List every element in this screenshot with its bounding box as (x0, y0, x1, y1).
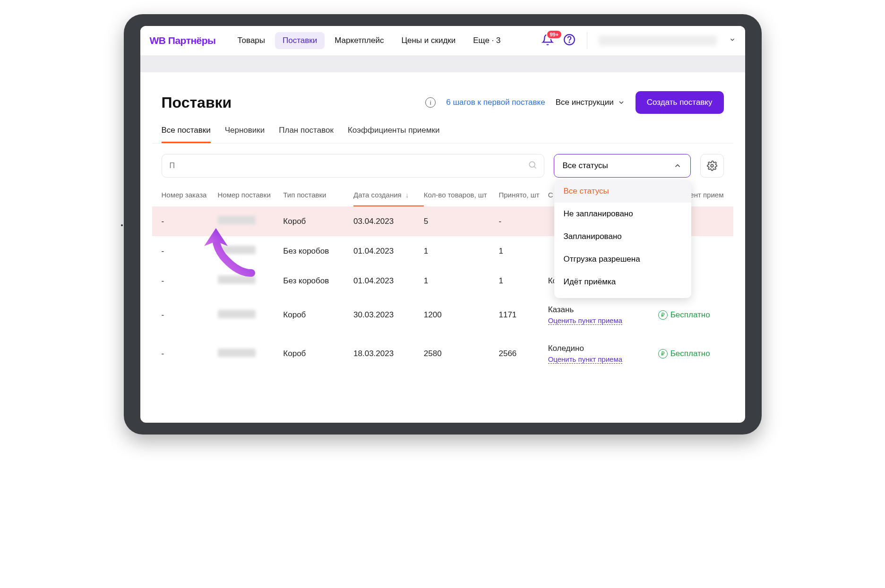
cell-accepted: 2566 (499, 349, 548, 358)
cell-accepted: 1 (499, 276, 548, 286)
tab-all-supplies[interactable]: Все поставки (162, 126, 211, 143)
cell-coef: ₽Бесплатно (658, 349, 724, 358)
info-icon[interactable]: i (425, 97, 436, 108)
sort-arrow-down-icon: ↓ (405, 191, 409, 199)
warehouse-name: Коледино (548, 344, 658, 353)
sub-bar (140, 55, 745, 72)
svg-point-1 (569, 42, 569, 43)
cell-order: - (162, 349, 218, 358)
user-name-blurred (599, 35, 717, 46)
th-date[interactable]: Дата создания ↓ (353, 191, 424, 206)
screen: WB Партнёры Товары Поставки Маркетплейс … (140, 26, 745, 423)
cell-supply (218, 246, 284, 256)
cell-warehouse: КазаньОценить пункт приема (548, 305, 658, 325)
notifications-button[interactable]: 99+ (541, 34, 554, 48)
help-button[interactable] (563, 34, 576, 48)
th-qty[interactable]: Кол-во товаров, шт (424, 191, 499, 199)
brand-logo[interactable]: WB Партнёры (150, 35, 216, 46)
tab-coefficients[interactable]: Коэффициенты приемки (348, 126, 440, 143)
chevron-up-icon (673, 162, 682, 170)
bell-icon (541, 39, 554, 47)
cell-qty: 2580 (424, 349, 499, 358)
th-supply[interactable]: Номер поставки (218, 191, 284, 199)
nav-marketplace[interactable]: Маркетплейс (327, 32, 391, 49)
create-supply-button[interactable]: Создать поставку (636, 91, 724, 114)
svg-line-3 (534, 167, 536, 169)
svg-point-2 (529, 162, 535, 167)
status-dropdown-menu: Все статусы Не запланировано Запланирова… (554, 180, 691, 298)
cell-qty: 1 (424, 247, 499, 256)
cell-supply (218, 310, 284, 321)
th-order[interactable]: Номер заказа (162, 191, 218, 199)
cell-type: Короб (283, 349, 353, 358)
status-option-all[interactable]: Все статусы (554, 180, 691, 203)
blurred-supply-number (218, 310, 256, 318)
status-filter-dropdown[interactable]: Все статусы Все статусы Не запланировано… (554, 154, 691, 178)
table-row[interactable]: -Короб18.03.202325802566КолединоОценить … (152, 334, 733, 373)
steps-link[interactable]: 6 шагов к первой поставке (446, 98, 545, 107)
cell-type: Без коробов (283, 247, 353, 256)
chevron-down-icon[interactable] (729, 36, 736, 45)
th-date-label: Дата создания (353, 191, 402, 199)
tab-drafts[interactable]: Черновики (225, 126, 265, 143)
cell-type: Короб (283, 217, 353, 226)
th-type[interactable]: Тип поставки (283, 191, 353, 199)
status-selected: Все статусы (563, 161, 608, 170)
ruble-icon: ₽ (658, 310, 668, 320)
nav-right: 99+ (541, 32, 736, 49)
cell-coef: ₽Бесплатно (658, 310, 724, 320)
instructions-dropdown[interactable]: Все инструкции (556, 98, 625, 107)
cell-order: - (162, 310, 218, 320)
cell-supply (218, 275, 284, 286)
filter-row: Все статусы Все статусы Не запланировано… (152, 144, 733, 178)
status-option-receiving[interactable]: Идёт приёмка (554, 271, 691, 293)
top-navbar: WB Партнёры Товары Поставки Маркетплейс … (140, 26, 745, 55)
tabs: Все поставки Черновики План поставок Коэ… (152, 126, 733, 144)
cell-order: - (162, 217, 218, 226)
header-actions: i 6 шагов к первой поставке Все инструкц… (425, 91, 723, 114)
rate-point-link[interactable]: Оценить пункт приема (548, 316, 622, 325)
blurred-supply-number (218, 216, 256, 224)
cell-accepted: 1 (499, 247, 548, 256)
cell-date: 01.04.2023 (353, 276, 424, 286)
cell-warehouse: КолединоОценить пункт приема (548, 344, 658, 364)
instructions-label: Все инструкции (556, 98, 614, 107)
page-title: Поставки (162, 94, 232, 111)
svg-point-4 (711, 164, 713, 167)
nav-more[interactable]: Еще · 3 (465, 32, 508, 49)
nav-links: Товары Поставки Маркетплейс Цены и скидк… (230, 32, 508, 49)
free-tag: ₽Бесплатно (658, 310, 724, 320)
cell-type: Без коробов (283, 276, 353, 286)
cell-order: - (162, 276, 218, 286)
cell-type: Короб (283, 310, 353, 320)
status-option-unplanned[interactable]: Не запланировано (554, 203, 691, 225)
tab-plan[interactable]: План поставок (279, 126, 334, 143)
settings-button[interactable] (700, 154, 724, 178)
rate-point-link[interactable]: Оценить пункт приема (548, 355, 622, 364)
cell-date: 30.03.2023 (353, 310, 424, 320)
cell-order: - (162, 247, 218, 256)
nav-supplies[interactable]: Поставки (275, 32, 325, 49)
table-row[interactable]: -Короб30.03.202312001171КазаньОценить пу… (152, 296, 733, 334)
gear-icon (707, 161, 717, 171)
blurred-supply-number (218, 246, 256, 254)
cell-accepted: - (499, 217, 548, 226)
search-box[interactable] (162, 154, 544, 178)
search-input[interactable] (170, 162, 536, 170)
cell-qty: 1200 (424, 310, 499, 320)
status-option-shipping[interactable]: Отгрузка разрешена (554, 248, 691, 271)
ruble-icon: ₽ (658, 349, 668, 358)
blurred-supply-number (218, 349, 256, 357)
cell-accepted: 1171 (499, 310, 548, 320)
free-tag: ₽Бесплатно (658, 349, 724, 358)
chevron-down-icon (618, 99, 625, 106)
cell-supply (218, 349, 284, 359)
th-accepted[interactable]: Принято, шт (499, 191, 548, 199)
card-header: Поставки i 6 шагов к первой поставке Все… (152, 91, 733, 126)
nav-prices[interactable]: Цены и скидки (394, 32, 463, 49)
cell-date: 03.04.2023 (353, 217, 424, 226)
status-option-planned[interactable]: Запланировано (554, 225, 691, 248)
nav-products[interactable]: Товары (230, 32, 273, 49)
cell-qty: 1 (424, 276, 499, 286)
main-card: Поставки i 6 шагов к первой поставке Все… (152, 91, 733, 373)
